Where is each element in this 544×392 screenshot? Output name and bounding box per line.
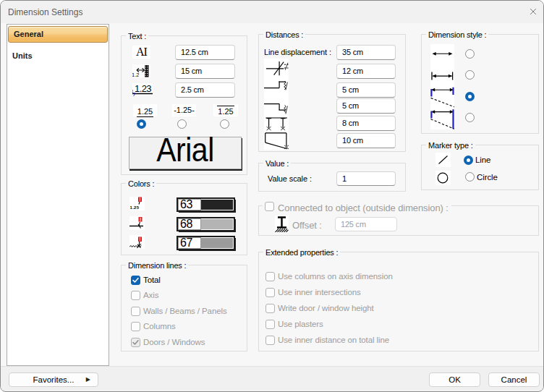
svg-text:1.23: 1.23 bbox=[135, 83, 151, 94]
svg-text:1.25: 1.25 bbox=[130, 205, 140, 210]
svg-text:1.2: 1.2 bbox=[132, 72, 139, 77]
